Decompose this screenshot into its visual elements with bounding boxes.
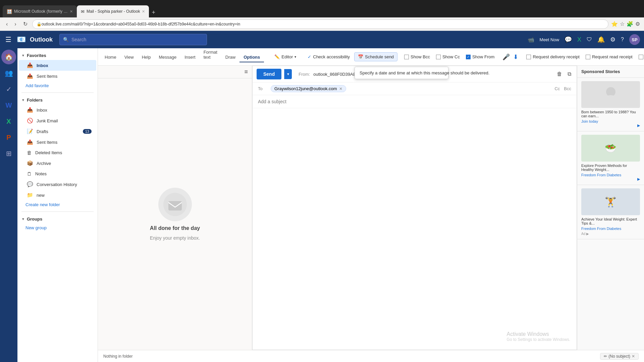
tab-draw[interactable]: Draw	[221, 53, 239, 62]
new-tab-button[interactable]: +	[149, 8, 158, 17]
show-bcc-checkbox[interactable]: Show Bcc	[401, 53, 433, 61]
forward-button[interactable]: ›	[12, 20, 18, 28]
send-button[interactable]: Send	[257, 69, 281, 79]
create-folder-link[interactable]: Create new folder	[17, 200, 98, 209]
video-call-icon[interactable]: 📹	[528, 37, 534, 43]
recipient-close-icon[interactable]: ✕	[339, 86, 342, 91]
cc-toggle[interactable]: Cc	[554, 86, 560, 91]
back-button[interactable]: ‹	[4, 20, 10, 28]
new-group-link[interactable]: New group	[17, 224, 98, 232]
tab-close-2[interactable]: ✕	[142, 9, 145, 14]
icon-bar-grid[interactable]: ⊞	[1, 146, 16, 161]
settings-gear-icon[interactable]: ⚙	[610, 36, 615, 43]
ad-arrow-1[interactable]: ▶	[581, 123, 640, 128]
ad-arrow-2[interactable]: ▶	[581, 177, 640, 181]
sent-fav-label: Sent Items	[37, 74, 57, 79]
folders-header[interactable]: ▼ Folders	[17, 96, 98, 105]
sidebar-item-conv-history[interactable]: 💬 Conversation History	[19, 179, 96, 190]
delete-icon[interactable]: 🗑	[555, 70, 564, 78]
favorites-header[interactable]: ▼ Favorites	[17, 51, 98, 60]
refresh-button[interactable]: ↻	[21, 19, 30, 28]
search-bar[interactable]: 🔍	[59, 34, 207, 45]
bcc-toggle[interactable]: Bcc	[564, 86, 571, 91]
tab-message[interactable]: Message	[155, 53, 180, 62]
shield-icon[interactable]: 🛡	[587, 37, 592, 43]
compose-area: Send ▾ From: outlook_868F0D39A82D601B@ou…	[252, 66, 577, 350]
ad-link-1[interactable]: Join today	[581, 119, 640, 123]
show-cc-label: Show Cc	[442, 54, 460, 59]
app-logo-icon: 📧	[17, 35, 26, 44]
send-dropdown-button[interactable]: ▾	[284, 69, 292, 79]
mail-empty-state: All done for the day Enjoy your empty in…	[150, 78, 200, 350]
sidebar-item-drafts[interactable]: 📝 Drafts 13	[19, 126, 96, 137]
ad-text-3: Achieve Your Ideal Weight: Expert Tips &…	[581, 217, 640, 225]
extensions-icon[interactable]: 🧩	[627, 21, 633, 27]
settings-icon[interactable]: ⚙	[635, 21, 640, 27]
hamburger-icon[interactable]: ☰	[4, 34, 13, 45]
sidebar-item-junk[interactable]: 🚫 Junk Email	[19, 115, 96, 126]
sidebar-item-new[interactable]: 📁 new	[19, 190, 96, 200]
popout-icon[interactable]: ⧉	[566, 70, 573, 78]
tab-help[interactable]: Help	[138, 53, 155, 62]
browser-toolbar-icons: ⭐ ☆ 🧩 ⚙	[611, 21, 640, 27]
browser-tab-2[interactable]: ✉ Mail - Sophia parker - Outlook ✕	[77, 5, 149, 17]
show-from-checkbox[interactable]: ✓ Show From	[463, 53, 497, 61]
tab-options[interactable]: Options	[239, 53, 264, 62]
icon-bar-home[interactable]: 🏠	[1, 50, 16, 64]
request-read-label: Request read receipt	[592, 54, 633, 59]
browser-tab-1[interactable]: 🪟 Microsoft Outlook (formerly H... ✕	[3, 5, 77, 17]
profile-icon[interactable]: ⭐	[611, 21, 618, 27]
excel-icon[interactable]: X	[577, 36, 581, 43]
editor-button[interactable]: ✏️ Editor ▾	[271, 52, 300, 61]
request-read-checkbox[interactable]: Request read receipt	[583, 53, 635, 61]
address-bar[interactable]: 🔒 outlook.live.com/mail/0/?nlp=1&cobrand…	[32, 19, 608, 29]
sidebar-item-sent-fav[interactable]: 📤 Sent Items	[19, 71, 96, 81]
help-icon[interactable]: ?	[621, 37, 624, 43]
status-close-icon[interactable]: ✕	[632, 354, 635, 359]
show-bcc-label: Show Bcc	[411, 54, 430, 59]
sidebar-item-inbox[interactable]: 📥 Inbox	[19, 105, 96, 115]
to-field[interactable]: To Graywilson12june@outlook.com ✕ Cc Bcc	[253, 82, 577, 95]
archive-label: Archive	[37, 161, 51, 166]
ad-link-3[interactable]: Freedom From Diabetes	[581, 227, 640, 231]
request-delivery-checkbox[interactable]: Request delivery receipt	[524, 53, 582, 61]
tab-view[interactable]: View	[120, 53, 138, 62]
teams-icon[interactable]: 💬	[565, 36, 572, 43]
sidebar-item-archive[interactable]: 📦 Archive	[19, 158, 96, 169]
groups-header[interactable]: ▼ Groups	[17, 215, 98, 224]
subject-input[interactable]	[258, 99, 571, 104]
disallow-reactions-checkbox[interactable]: Disallow reactions	[636, 53, 644, 61]
tab-home[interactable]: Home	[101, 53, 120, 62]
bell-icon[interactable]: 🔔	[597, 36, 605, 43]
show-cc-checkbox[interactable]: Show Cc	[433, 53, 463, 61]
check-accessibility-button[interactable]: ✓ Check accessibility	[304, 52, 354, 61]
disallow-reactions-box	[639, 55, 643, 59]
bookmark-icon[interactable]: ☆	[620, 21, 625, 27]
meet-now-label[interactable]: Meet Now	[540, 37, 559, 42]
tab-format-text[interactable]: Format text	[200, 48, 221, 62]
icon-bar-ppt[interactable]: P	[1, 130, 16, 145]
app-name: Outlook	[30, 36, 53, 43]
editor-chevron-icon: ▾	[294, 55, 296, 59]
add-favorite-link[interactable]: Add favorite	[17, 81, 98, 90]
ad-link-2[interactable]: Freedom From Diabetes	[581, 173, 640, 177]
microphone-icon[interactable]: 🎤	[501, 53, 511, 61]
avatar[interactable]: SP	[629, 34, 640, 45]
down-arrow-icon[interactable]: ⬇	[512, 53, 520, 61]
sidebar-item-deleted[interactable]: 🗑 Deleted Items	[19, 147, 96, 158]
tab-insert[interactable]: Insert	[180, 53, 200, 62]
schedule-send-button[interactable]: 📅 Schedule send Specify a date and time …	[354, 52, 397, 61]
search-input[interactable]	[71, 37, 203, 42]
tab-close-1[interactable]: ✕	[70, 9, 73, 14]
sidebar-item-notes[interactable]: 🗒 Notes	[19, 169, 96, 179]
icon-bar-check[interactable]: ✓	[1, 82, 16, 97]
icon-bar-word[interactable]: W	[1, 98, 16, 113]
subject-field[interactable]	[253, 95, 577, 108]
filter-icon[interactable]: ≡	[244, 68, 248, 75]
icon-bar-people[interactable]: 👥	[1, 66, 16, 80]
sidebar-item-inbox-fav[interactable]: 📥 Inbox	[19, 60, 96, 71]
svg-point-3	[603, 95, 618, 105]
sidebar-item-sent[interactable]: 📤 Sent Items	[19, 137, 96, 147]
compose-body[interactable]	[253, 108, 577, 350]
icon-bar-excel[interactable]: X	[1, 114, 16, 129]
